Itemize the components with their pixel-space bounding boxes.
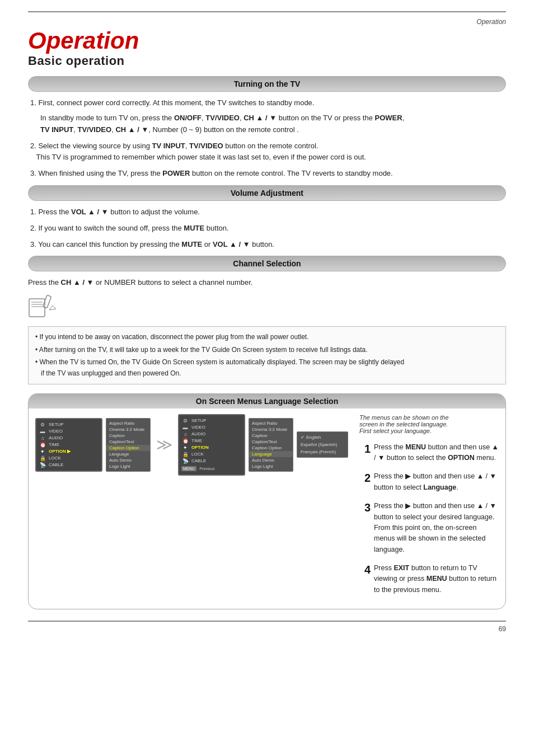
- note-item-1: • If you intend to be away on vacation, …: [35, 331, 499, 342]
- lock2-icon: 🔒: [181, 452, 189, 457]
- turning-on-item-3: 3. When finished using the TV, press the…: [28, 168, 506, 180]
- step-2-text: Press the ▶ button and then use ▲ / ▼ bu…: [374, 471, 499, 493]
- volume-text-3: 3. You can cancel this function by press…: [30, 239, 506, 251]
- language-list-box: ✓ English Español (Spanish) Français (Fr…: [297, 431, 348, 458]
- submenu-box-2: Aspect Ratio Cinema 3:2 Mode Caption Cap…: [249, 418, 293, 472]
- sub2-logolight: Logo Light: [249, 463, 293, 469]
- menu-btn: MENU: [181, 466, 196, 471]
- note-item-2: • After turning on the TV, it will take …: [35, 344, 499, 355]
- note-icon-area: [28, 294, 506, 320]
- video-icon: ▬: [39, 429, 46, 434]
- svg-rect-0: [29, 299, 45, 317]
- bottom-rule: [28, 621, 506, 622]
- lock-icon: 🔒: [39, 456, 46, 461]
- page-main-title: Operation: [28, 28, 506, 54]
- submenu-box-1: Aspect Ratio Cinema 3:2 Mode Caption Cap…: [106, 418, 151, 472]
- menu-row-cable: 📡 CABLE: [36, 462, 101, 468]
- page-number: 69: [28, 625, 506, 633]
- menu-bottom-bar: MENU Previous: [179, 464, 244, 472]
- sub-cinema: Cinema 3:2 Mode: [106, 426, 150, 433]
- volume-text-1: 1. Press the VOL ▲ / ▼ button to adjust …: [30, 206, 506, 218]
- turning-on-text-2: 2. Select the viewing source by using TV…: [30, 140, 506, 164]
- audio2-icon: ♫: [181, 431, 189, 437]
- menu-row-video: ▬ VIDEO: [36, 428, 101, 435]
- sub-logolight: Logo Light: [106, 463, 150, 469]
- note-pencil-icon: [28, 294, 62, 318]
- section-header-turning-on: Turning on the TV: [28, 76, 506, 92]
- step-1: 1 Press the MENU button and then use ▲ /…: [359, 442, 499, 464]
- step-2: 2 Press the ▶ button and then use ▲ / ▼ …: [359, 471, 499, 493]
- menu-row-option: ✦ OPTION ▶: [36, 448, 101, 455]
- section-header-volume: Volume Adjustment: [28, 185, 506, 201]
- step-3-text: Press the ▶ button and then use ▲ / ▼ bu…: [374, 501, 499, 555]
- cable-icon: 📡: [39, 462, 46, 468]
- note-item-3: • When the TV is turned On, the TV Guide…: [35, 356, 499, 379]
- menu-box-1: ⚙ SETUP ▬ VIDEO ♫ AUDIO ⏰ TIME: [35, 418, 102, 472]
- sub2-caption: Caption: [249, 433, 293, 439]
- option2-icon: ✦: [181, 445, 189, 450]
- volume-item-3: 3. You can cancel this function by press…: [28, 239, 506, 251]
- sub-caption: Caption: [106, 433, 150, 439]
- volume-item-1: 1. Press the VOL ▲ / ▼ button to adjust …: [28, 206, 506, 218]
- previous-label: Previous: [199, 467, 214, 471]
- audio-icon: ♫: [39, 435, 46, 441]
- menu-row-lock: 🔒 LOCK: [36, 455, 101, 462]
- sub2-autodemo: Auto Demo: [249, 457, 293, 463]
- svg-marker-5: [49, 306, 56, 310]
- sub-captionoption: Caption Option: [106, 445, 150, 451]
- turning-on-item-2: 2. Select the viewing source by using TV…: [28, 140, 506, 164]
- time-icon: ⏰: [39, 442, 46, 448]
- turning-on-item-1: 1. First, connect power cord correctly. …: [28, 97, 506, 135]
- turning-on-text-3: 3. When finished using the TV, press the…: [30, 168, 506, 180]
- video2-icon: ▬: [181, 425, 189, 430]
- cable2-icon: 📡: [181, 458, 189, 464]
- setup2-icon: ⚙: [181, 418, 189, 424]
- sub2-language: Language: [249, 451, 293, 457]
- sub-aspect: Aspect Ratio: [106, 420, 150, 426]
- checkmark-icon: ✓: [301, 435, 305, 440]
- page-top-label: Operation: [28, 18, 506, 26]
- menu-box-2: ⚙ SETUP ▬ VIDEO ♫ AUDIO ⏰ TIME: [178, 414, 245, 476]
- onscreen-section: On Screen Menus Language Selection ⚙ SET…: [28, 393, 506, 610]
- svg-rect-4: [43, 295, 51, 308]
- onscreen-content: ⚙ SETUP ▬ VIDEO ♫ AUDIO ⏰ TIME: [29, 408, 505, 604]
- menu-row-audio: ♫ AUDIO: [36, 435, 101, 442]
- lang-spanish: Español (Spanish): [297, 441, 348, 448]
- step-4: 4 Press EXIT button to return to TV view…: [359, 563, 499, 595]
- setup-icon: ⚙: [39, 422, 46, 428]
- lang-french: Français (French): [297, 448, 348, 456]
- sub2-aspect: Aspect Ratio: [249, 420, 293, 426]
- arrow-right-icon: ≫: [156, 435, 172, 454]
- step-3: 3 Press the ▶ button and then use ▲ / ▼ …: [359, 501, 499, 555]
- right-panel: The menus can be shown on the screen in …: [354, 414, 499, 600]
- top-rule: [28, 11, 506, 12]
- turning-on-text-1: 1. First, connect power cord correctly. …: [30, 97, 506, 109]
- note-box: • If you intend to be away on vacation, …: [28, 326, 506, 384]
- sub-captiontext: Caption/Text: [106, 439, 150, 445]
- sub2-captionoption: Caption Option: [249, 445, 293, 451]
- menu2-row-time: ⏰ TIME: [179, 438, 244, 444]
- menu2-row-setup: ⚙ SETUP: [179, 417, 244, 424]
- step-4-text: Press EXIT button to return to TV viewin…: [374, 563, 499, 595]
- volume-item-2: 2. If you want to switch the sound off, …: [28, 223, 506, 234]
- menu2-row-audio: ♫ AUDIO: [179, 431, 244, 438]
- menu-screens-area: ⚙ SETUP ▬ VIDEO ♫ AUDIO ⏰ TIME: [35, 414, 348, 476]
- page-sub-title: Basic operation: [28, 54, 506, 68]
- menu-caption: The menus can be shown on the screen in …: [359, 414, 455, 434]
- time2-icon: ⏰: [181, 438, 189, 444]
- menu2-row-cable: 📡 CABLE: [179, 458, 244, 464]
- option-icon: ✦: [39, 449, 46, 454]
- channel-text: Press the CH ▲ / ▼ or NUMBER buttons to …: [28, 277, 506, 289]
- step-1-text: Press the MENU button and then use ▲ / ▼…: [374, 442, 499, 464]
- menu-row-setup: ⚙ SETUP: [36, 421, 101, 428]
- sub2-cinema: Cinema 3:2 Mode: [249, 426, 293, 433]
- sub-language: Language: [106, 451, 150, 457]
- menu-row-time: ⏰ TIME: [36, 442, 101, 448]
- lang-english: ✓ English: [297, 434, 348, 441]
- section-header-channel: Channel Selection: [28, 256, 506, 271]
- sub2-captiontext: Caption/Text: [249, 439, 293, 445]
- menu2-row-option: ✦ OPTION: [179, 444, 244, 451]
- onscreen-section-header: On Screen Menus Language Selection: [29, 394, 505, 408]
- volume-text-2: 2. If you want to switch the sound off, …: [30, 223, 506, 234]
- sub-autodemo: Auto Demo: [106, 457, 150, 463]
